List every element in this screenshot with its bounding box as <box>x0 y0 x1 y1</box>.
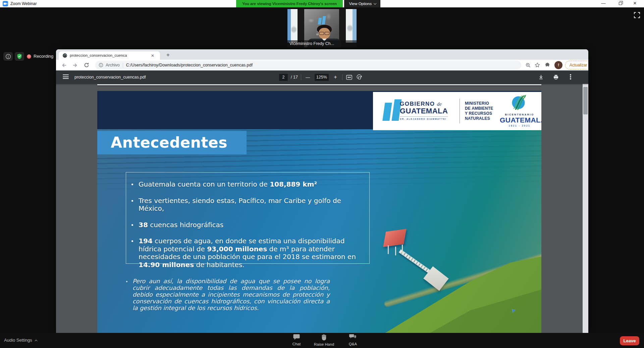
chat-button[interactable]: Chat <box>285 334 308 347</box>
pier-red-roof <box>383 229 406 247</box>
pdf-more-options-button[interactable] <box>567 73 574 81</box>
zoom-level-value[interactable]: 125% <box>315 74 329 81</box>
reload-button[interactable] <box>83 61 90 69</box>
address-bar[interactable]: Archivo C:/Users/fachiroy/Downloads/prot… <box>95 61 521 69</box>
print-button[interactable] <box>552 73 559 81</box>
page-number-input[interactable]: 2 <box>279 74 288 81</box>
bicentenario-emblem-icon <box>511 94 528 111</box>
pier-post <box>402 245 403 253</box>
print-icon <box>553 74 559 80</box>
slide-page: GOBIERNOde GUATEMALA DR. ALEJANDRO GIAMM… <box>97 91 541 333</box>
pier-post <box>388 245 389 254</box>
bullet-item: 38 cuencas hidrográficas <box>139 221 361 229</box>
rotate-button[interactable] <box>356 73 363 81</box>
restore-icon <box>619 2 622 5</box>
encryption-shield-button[interactable] <box>15 52 24 61</box>
bullet-item: Tres vertientes, siendo estas, Pacífico,… <box>139 197 361 213</box>
star-icon <box>535 62 540 68</box>
pdf-scrollbar[interactable] <box>583 84 588 333</box>
restore-button[interactable] <box>614 0 626 7</box>
speaker-glasses <box>319 32 329 35</box>
slide-note: Pero aun así, la disponibilidad de agua … <box>132 278 330 311</box>
pdf-favicon-icon <box>63 53 67 58</box>
pdf-filename: proteccion_conservacion_cuencas.pdf <box>74 75 146 80</box>
forward-arrow-icon <box>72 62 78 68</box>
scrollbar-thumb[interactable] <box>583 87 588 114</box>
guatemala-flag-right <box>346 9 357 43</box>
back-button[interactable] <box>60 61 67 69</box>
zoom-stage: Recording COB GUA Viceministro Fredy Ch.… <box>0 7 644 333</box>
fit-page-button[interactable] <box>345 73 353 81</box>
download-button[interactable] <box>537 73 545 81</box>
close-button[interactable]: ✕ <box>629 0 641 7</box>
chat-label: Chat <box>285 342 308 346</box>
extensions-button[interactable] <box>544 61 551 69</box>
bullet-dot <box>131 224 133 226</box>
zoom-page-button[interactable] <box>524 61 532 69</box>
zoom-titlebar: Zoom Webinar You are viewing Viceministr… <box>0 0 644 7</box>
chevron-up-icon <box>35 340 37 342</box>
reload-icon <box>84 62 89 68</box>
info-icon <box>5 54 11 59</box>
minimize-button[interactable]: — <box>598 0 609 7</box>
bicentenario-logo: BICENTENARIO GUATEMALA 1821 - 2021 <box>500 94 539 127</box>
audio-settings-button[interactable]: Audio Settings <box>4 338 38 343</box>
fullscreen-button[interactable] <box>634 12 641 19</box>
zoom-in-button[interactable]: + <box>332 73 339 81</box>
ministerio-label: MINISTERIO DE AMBIENTE Y RECURSOS NATURA… <box>465 101 493 121</box>
gobierno-logo-bar <box>382 103 392 121</box>
pier <box>382 229 453 289</box>
rotate-icon <box>357 74 362 80</box>
leave-button[interactable]: Leave <box>620 336 639 345</box>
logo-divider <box>460 99 460 123</box>
previous-page-edge <box>97 84 541 85</box>
chevron-down-icon <box>374 2 376 5</box>
institution-logos: GOBIERNOde GUATEMALA DR. ALEJANDRO GIAMM… <box>373 92 541 130</box>
pdf-action-buttons <box>537 70 574 84</box>
window-title: Zoom Webinar <box>10 1 37 6</box>
bookmark-button[interactable] <box>534 61 541 69</box>
fit-width-icon <box>346 75 352 80</box>
browser-tab-bar: proteccion_conservacion_cuenca ✕ + — ✕ <box>56 49 588 60</box>
qa-label: Q&A <box>341 342 365 346</box>
tab-close-icon[interactable]: ✕ <box>150 53 155 58</box>
guatemala-flag-left <box>287 9 298 43</box>
pdf-page-controls: 2 / 17 — 125% + <box>279 70 363 84</box>
qa-button[interactable]: Q&A <box>341 334 365 347</box>
fullscreen-icon <box>634 12 640 18</box>
screen-share-banner: You are viewing Viceministro Fredy Chiro… <box>236 0 343 7</box>
page-info-icon <box>99 63 103 67</box>
view-options-button[interactable]: View Options <box>344 0 380 7</box>
participant-name-label: Viceministro Fredy Ch... <box>287 40 357 47</box>
browser-navbar: Archivo C:/Users/fachiroy/Downloads/prot… <box>56 60 588 70</box>
pdf-content-area: GOBIERNOde GUATEMALA DR. ALEJANDRO GIAMM… <box>56 84 588 333</box>
bullet-dot <box>131 184 133 185</box>
pdf-menu-button[interactable] <box>63 74 69 79</box>
recording-dot-icon <box>27 54 31 59</box>
magnifier-icon <box>526 63 531 68</box>
zoom-bottom-bar: Audio Settings Chat Raise Hand Q&A Leave <box>0 333 644 348</box>
profile-avatar[interactable]: f <box>554 61 562 69</box>
url-separator <box>123 63 123 68</box>
gobierno-logo-text: GOBIERNOde GUATEMALA DR. ALEJANDRO GIAMM… <box>400 101 448 120</box>
back-arrow-icon <box>61 62 67 68</box>
speaker-video-thumbnail[interactable]: COB GUA Viceministro Fredy Ch... <box>287 9 357 47</box>
flag-crest <box>291 26 297 33</box>
qa-bubbles-icon <box>349 334 357 340</box>
puzzle-icon <box>545 62 550 68</box>
browser-tab[interactable]: proteccion_conservacion_cuenca ✕ <box>59 51 160 60</box>
raise-hand-button[interactable]: Raise Hand <box>312 334 336 347</box>
raise-hand-label: Raise Hand <box>312 342 336 346</box>
chat-bubble-icon <box>293 334 300 340</box>
browser-update-button[interactable]: Actualizar <box>565 61 588 69</box>
bullet-list-box: Guatemala cuenta con un territorio de 10… <box>126 172 370 264</box>
url-text: C:/Users/fachiroy/Downloads/proteccion_c… <box>126 63 253 67</box>
raised-hand-icon <box>321 334 327 341</box>
tab-title: proteccion_conservacion_cuenca <box>70 53 147 57</box>
browser-window: proteccion_conservacion_cuenca ✕ + — ✕ <box>56 49 588 333</box>
flag-crest <box>347 24 353 32</box>
new-tab-button[interactable]: + <box>164 51 172 59</box>
zoom-out-button[interactable]: — <box>304 73 312 81</box>
forward-button[interactable] <box>71 61 79 69</box>
meeting-info-button[interactable] <box>3 52 13 61</box>
